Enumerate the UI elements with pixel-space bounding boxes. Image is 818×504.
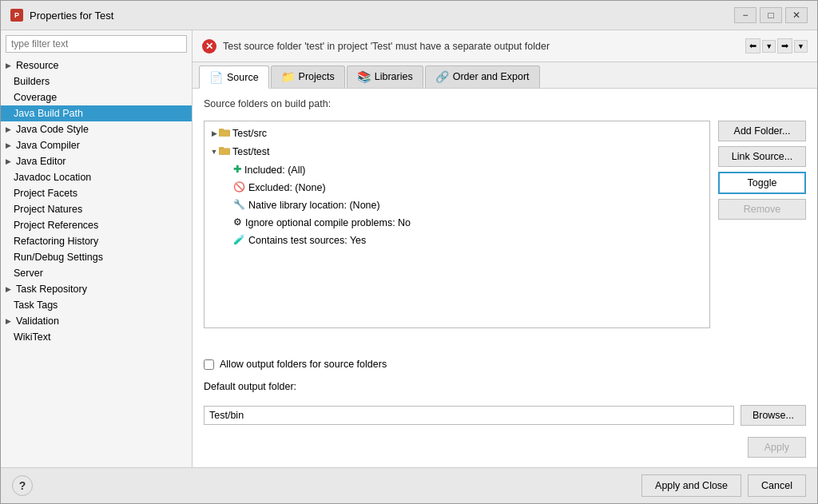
tab-label-libraries: Libraries [375, 71, 413, 82]
sidebar-item-java-compiler[interactable]: ▶Java Compiler [1, 137, 192, 153]
title-bar-left: P Properties for Test [10, 9, 113, 22]
tree-child-native-lib[interactable]: 🔧 Native library location: (None) [204, 196, 709, 214]
error-message: Test source folder 'test' in project 'Te… [223, 41, 550, 52]
sidebar-label-resource: Resource [16, 60, 59, 71]
allow-output-checkbox[interactable] [204, 359, 214, 370]
tree-child-included[interactable]: ✚ Included: (All) [204, 161, 709, 179]
next-error-button[interactable]: ➡ [777, 38, 792, 54]
sidebar-label-project-references: Project References [14, 220, 98, 231]
svg-text:P: P [14, 11, 19, 19]
default-output-label: Default output folder: [204, 381, 806, 392]
bottom-bar: ? Apply and Close Cancel [1, 467, 817, 503]
tab-label-source: Source [227, 72, 259, 83]
tab-label-order-export: Order and Export [453, 71, 530, 82]
sidebar-item-java-build-path[interactable]: Java Build Path [1, 105, 192, 121]
toggle-button[interactable]: Toggle [718, 172, 806, 194]
sidebar-item-builders[interactable]: Builders [1, 73, 192, 89]
sidebar: ▶ResourceBuildersCoverageJava Build Path… [1, 30, 193, 467]
tree-child-text-ignore: Ignore optional compile problems: No [245, 215, 411, 231]
expand-icon-task-repository: ▶ [6, 285, 11, 293]
sidebar-item-javadoc-location[interactable]: Javadoc Location [1, 169, 192, 185]
tab-source[interactable]: 📄Source [199, 65, 269, 89]
properties-dialog: P Properties for Test − □ ✕ ▶ResourceBui… [0, 0, 818, 504]
sidebar-item-project-facets[interactable]: Project Facets [1, 185, 192, 201]
tab-order-export[interactable]: 🔗Order and Export [425, 65, 540, 88]
filter-input[interactable] [6, 35, 187, 53]
expand-icon-src[interactable]: ▶ [209, 128, 219, 139]
sidebar-item-resource[interactable]: ▶Resource [1, 58, 192, 73]
sidebar-label-java-compiler: Java Compiler [16, 140, 80, 151]
tree-child-excluded[interactable]: 🚫 Excluded: (None) [204, 179, 709, 196]
sidebar-label-run-debug-settings: Run/Debug Settings [14, 252, 103, 263]
sidebar-label-java-build-path: Java Build Path [14, 108, 83, 119]
next-dropdown-button[interactable]: ▼ [794, 40, 808, 53]
allow-output-label[interactable]: Allow output folders for source folders [220, 359, 387, 370]
dialog-icon: P [10, 9, 23, 22]
tree-child-test-sources[interactable]: 🧪 Contains test sources: Yes [204, 232, 709, 249]
sidebar-label-coverage: Coverage [14, 92, 57, 103]
tree-node-row-src[interactable]: ▶ Test/src [204, 125, 709, 143]
help-button[interactable]: ? [12, 475, 33, 496]
sidebar-label-java-editor: Java Editor [16, 156, 66, 167]
prev-error-button[interactable]: ⬅ [745, 38, 760, 54]
prev-dropdown-button[interactable]: ▼ [762, 40, 776, 53]
apply-and-close-button[interactable]: Apply and Close [641, 474, 741, 497]
sidebar-item-server[interactable]: Server [1, 265, 192, 281]
expand-icon-java-editor: ▶ [6, 157, 11, 165]
tree-node-text-src: Test/src [232, 125, 267, 141]
default-output-input[interactable] [204, 406, 734, 425]
sidebar-item-project-natures[interactable]: Project Natures [1, 201, 192, 217]
title-bar: P Properties for Test − □ ✕ [1, 1, 817, 30]
cancel-button[interactable]: Cancel [748, 474, 806, 497]
sidebar-item-validation[interactable]: ▶Validation [1, 313, 192, 329]
tree-child-text-test-sources: Contains test sources: Yes [248, 232, 366, 248]
expand-icon-test[interactable]: ▼ [209, 146, 219, 157]
tree-child-ignore-optional[interactable]: ⚙ Ignore optional compile problems: No [204, 214, 709, 232]
apply-section: Apply [204, 434, 806, 458]
tree-child-text-included: Included: (All) [244, 162, 305, 178]
sidebar-label-server: Server [14, 268, 43, 279]
add-folder-button[interactable]: Add Folder... [718, 121, 806, 141]
tree-section: ▶ Test/src [204, 121, 806, 351]
error-nav: ⬅ ▼ ➡ ▼ [745, 38, 808, 54]
tree-node-row-test[interactable]: ▼ Test/test [204, 143, 709, 161]
title-controls: − □ ✕ [734, 7, 808, 23]
expand-icon-resource: ▶ [6, 62, 11, 69]
tab-icon-projects: 📁 [281, 70, 295, 83]
sidebar-item-refactoring-history[interactable]: Refactoring History [1, 233, 192, 249]
tab-projects[interactable]: 📁Projects [271, 65, 345, 88]
minimize-button[interactable]: − [734, 7, 756, 23]
tree-child-text-excluded: Excluded: (None) [248, 180, 326, 196]
link-source-button[interactable]: Link Source... [718, 146, 806, 167]
apply-button[interactable]: Apply [748, 437, 806, 458]
tab-libraries[interactable]: 📚Libraries [347, 65, 423, 88]
sidebar-item-coverage[interactable]: Coverage [1, 89, 192, 105]
maximize-button[interactable]: □ [760, 7, 782, 23]
sidebar-item-run-debug-settings[interactable]: Run/Debug Settings [1, 249, 192, 265]
error-banner: ✕ Test source folder 'test' in project '… [193, 30, 817, 62]
bottom-left: ? [12, 475, 33, 496]
sidebar-label-wikitext: WikiText [14, 331, 51, 343]
sidebar-item-wikitext[interactable]: WikiText [1, 329, 192, 345]
tree-section-label: Source folders on build path: [204, 98, 806, 109]
sidebar-item-java-code-style[interactable]: ▶Java Code Style [1, 121, 192, 137]
sidebar-label-javadoc-location: Javadoc Location [14, 172, 91, 183]
sidebar-label-task-tags: Task Tags [14, 300, 58, 311]
browse-button[interactable]: Browse... [741, 405, 806, 426]
sidebar-label-task-repository: Task Repository [16, 284, 87, 295]
sidebar-item-project-references[interactable]: Project References [1, 217, 192, 233]
sidebar-item-task-tags[interactable]: Task Tags [1, 297, 192, 313]
error-left: ✕ Test source folder 'test' in project '… [202, 39, 550, 54]
sidebar-item-java-editor[interactable]: ▶Java Editor [1, 153, 192, 169]
tab-icon-libraries: 📚 [357, 70, 371, 83]
tree-node-src[interactable]: ▶ Test/src [204, 125, 709, 143]
remove-button[interactable]: Remove [718, 199, 806, 220]
sidebar-item-task-repository[interactable]: ▶Task Repository [1, 281, 192, 297]
tree-container[interactable]: ▶ Test/src [204, 121, 710, 328]
sidebar-items: ▶ResourceBuildersCoverageJava Build Path… [1, 58, 192, 467]
tree-node-text-test: Test/test [232, 144, 270, 160]
close-button[interactable]: ✕ [785, 7, 808, 23]
bottom-right: Apply and Close Cancel [641, 474, 806, 497]
tree-node-test[interactable]: ▼ Test/test [204, 143, 709, 249]
tabs-bar: 📄Source📁Projects📚Libraries🔗Order and Exp… [193, 62, 817, 89]
